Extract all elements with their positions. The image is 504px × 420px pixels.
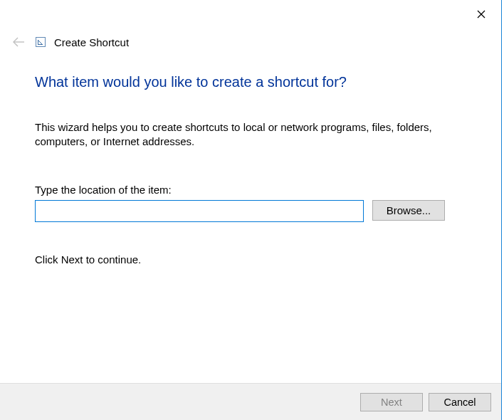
dialog-content: What item would you like to create a sho… — [35, 74, 466, 266]
wizard-description: This wizard helps you to create shortcut… — [35, 120, 434, 149]
dialog-header: Create Shortcut — [10, 33, 129, 51]
location-label: Type the location of the item: — [35, 184, 466, 196]
dialog-footer: Next Cancel — [0, 383, 501, 420]
close-icon — [477, 10, 485, 19]
browse-button[interactable]: Browse... — [372, 200, 445, 221]
dialog-title: Create Shortcut — [54, 36, 129, 48]
wizard-heading: What item would you like to create a sho… — [35, 74, 466, 90]
cancel-button[interactable]: Cancel — [429, 393, 491, 411]
location-input[interactable] — [35, 200, 364, 222]
continue-hint: Click Next to continue. — [35, 253, 466, 266]
next-button: Next — [360, 393, 423, 411]
close-button[interactable] — [474, 7, 488, 21]
shortcut-icon — [36, 37, 46, 47]
create-shortcut-dialog: Create Shortcut What item would you like… — [0, 0, 502, 420]
back-arrow-icon — [12, 37, 25, 47]
back-button — [10, 33, 27, 51]
location-input-row: Browse... — [35, 200, 466, 222]
